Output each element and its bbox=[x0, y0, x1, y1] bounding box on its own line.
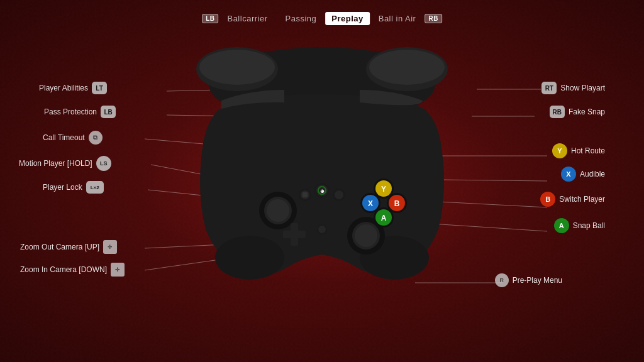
svg-point-52 bbox=[318, 226, 326, 233]
tab-preplay[interactable]: Preplay bbox=[325, 12, 369, 25]
switch-player-label: B Switch Player bbox=[540, 192, 605, 207]
call-timeout-label: Call Timeout ⧉ bbox=[43, 131, 103, 145]
rt-badge: RT bbox=[541, 82, 557, 94]
svg-text:Y: Y bbox=[381, 185, 386, 194]
snap-ball-label: A Snap Ball bbox=[554, 218, 605, 233]
tab-ballinair[interactable]: Ball in Air bbox=[370, 11, 425, 26]
show-playart-label: RT Show Playart bbox=[541, 82, 605, 94]
player-lock-label: Player Lock L×2 bbox=[43, 181, 104, 194]
zoom-in-label: Zoom In Camera [DOWN] ✛ bbox=[20, 263, 125, 277]
svg-text:X: X bbox=[368, 199, 373, 208]
ls-badge: LS bbox=[96, 156, 111, 171]
controller-image: ⊕ Y X B A bbox=[187, 35, 457, 280]
svg-point-16 bbox=[199, 50, 275, 85]
player-abilities-label: Player Abilities LT bbox=[39, 82, 107, 94]
preplay-menu-label: R Pre-Play Menu bbox=[495, 273, 562, 287]
pass-protection-label: Pass Protection LB bbox=[44, 106, 116, 118]
svg-text:⊕: ⊕ bbox=[320, 189, 325, 194]
rb-right-badge: RB bbox=[550, 106, 565, 118]
lb-badge: LB bbox=[202, 14, 218, 23]
audible-label: X Audible bbox=[561, 167, 605, 182]
rb-badge: RB bbox=[425, 14, 441, 23]
nav-tabs: LB Ballcarrier Passing Preplay Ball in A… bbox=[202, 11, 442, 26]
tab-passing[interactable]: Passing bbox=[276, 11, 325, 26]
svg-text:B: B bbox=[394, 199, 400, 208]
svg-point-26 bbox=[355, 224, 377, 247]
svg-rect-28 bbox=[283, 231, 306, 238]
svg-point-38 bbox=[335, 190, 343, 199]
a-button-icon: A bbox=[554, 218, 569, 233]
svg-text:A: A bbox=[381, 214, 387, 222]
hot-route-label: Y Hot Route bbox=[552, 143, 605, 158]
dpad-up-icon: ✛ bbox=[103, 240, 117, 254]
zoom-out-label: Zoom Out Camera [UP] ✛ bbox=[20, 240, 117, 254]
svg-point-23 bbox=[267, 199, 289, 222]
motion-player-label: Motion Player [HOLD] LS bbox=[19, 156, 111, 171]
b-button-icon: B bbox=[540, 192, 555, 207]
dpad-down-icon: ✛ bbox=[111, 263, 125, 277]
x-button-icon: X bbox=[561, 167, 576, 182]
y-button-icon: Y bbox=[552, 143, 567, 158]
r-stick-icon: R bbox=[495, 273, 509, 287]
view-button-icon: ⧉ bbox=[89, 131, 103, 145]
svg-point-19 bbox=[215, 236, 284, 280]
tab-ballcarrier[interactable]: Ballcarrier bbox=[218, 11, 276, 26]
svg-rect-31 bbox=[303, 192, 308, 197]
fake-snap-label: RB Fake Snap bbox=[550, 106, 606, 118]
svg-point-18 bbox=[369, 50, 445, 85]
lt-badge: LT bbox=[92, 82, 107, 94]
lb-left-badge: LB bbox=[101, 106, 116, 118]
l2-badge: L×2 bbox=[86, 181, 104, 194]
